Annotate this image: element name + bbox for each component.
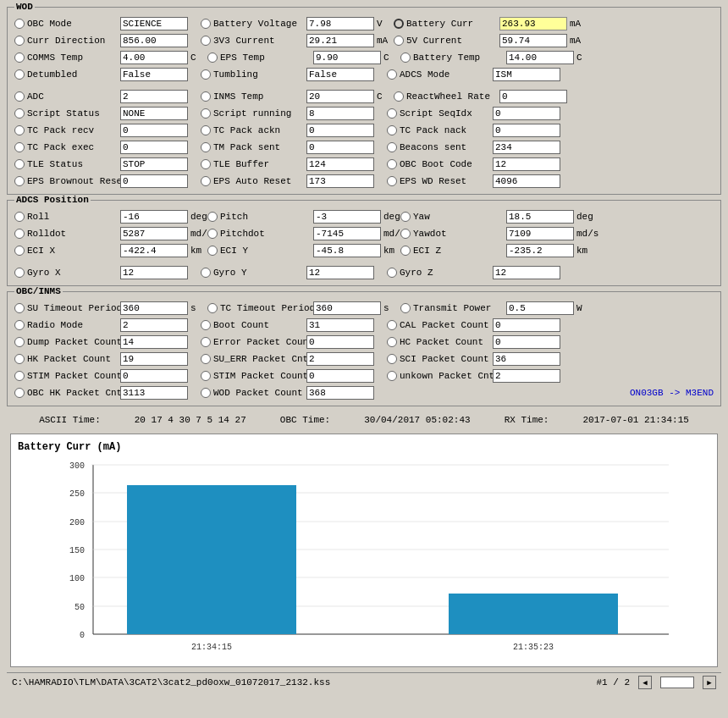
radio-radio-mode[interactable] <box>14 320 25 330</box>
radio-batt-voltage[interactable] <box>201 19 211 29</box>
nav-prev-button[interactable]: ◀ <box>638 676 652 689</box>
tc-pack-ackn-input[interactable] <box>306 124 374 137</box>
error-packet-input[interactable] <box>306 335 374 349</box>
radio-stim-packet[interactable] <box>14 371 25 381</box>
stim-packet-input[interactable] <box>120 369 188 383</box>
tle-status-input[interactable] <box>120 157 188 171</box>
adc-input[interactable] <box>120 90 188 103</box>
radio-tc-timeout[interactable] <box>207 303 218 313</box>
radio-eps-temp[interactable] <box>207 52 218 63</box>
gyro-x-input[interactable] <box>120 266 188 279</box>
radio-curr-dir[interactable] <box>14 36 25 46</box>
nav-next-button[interactable]: ▶ <box>703 676 716 689</box>
radio-rolldot[interactable] <box>14 229 25 239</box>
pitchdot-input[interactable] <box>313 227 381 240</box>
boot-count-input[interactable] <box>306 318 374 332</box>
radio-comms-temp[interactable] <box>14 52 25 63</box>
radio-sci-packet[interactable] <box>387 354 397 364</box>
unknown-packet-input[interactable] <box>493 369 560 383</box>
radio-3v3-curr[interactable] <box>201 36 211 46</box>
radio-gyro-y[interactable] <box>201 268 211 278</box>
script-running-input[interactable] <box>306 107 374 120</box>
tc-pack-nack-input[interactable] <box>493 124 560 137</box>
dump-packet-input[interactable] <box>120 335 188 349</box>
radio-tm-pack-sent[interactable] <box>201 142 211 152</box>
radio-obc-mode[interactable] <box>14 19 25 29</box>
pitch-input[interactable] <box>313 210 381 224</box>
eps-wd-reset-input[interactable] <box>493 174 560 188</box>
radio-obc-boot-code[interactable] <box>387 159 397 169</box>
radio-tc-pack-ackn[interactable] <box>201 125 211 135</box>
script-status-input[interactable] <box>120 107 188 120</box>
inms-temp-input[interactable] <box>306 90 374 103</box>
radio-inms-temp[interactable] <box>201 91 211 102</box>
radio-tle-buffer[interactable] <box>201 159 211 169</box>
reactwheel-input[interactable] <box>499 90 567 103</box>
radio-batt-temp[interactable] <box>400 52 411 63</box>
batt-voltage-input[interactable] <box>306 17 374 30</box>
su-err-packet-input[interactable] <box>306 352 374 366</box>
radio-pitchdot[interactable] <box>207 229 218 239</box>
radio-gyro-z[interactable] <box>387 268 397 278</box>
tc-pack-exec-input[interactable] <box>120 141 188 154</box>
hc-packet-input[interactable] <box>493 335 560 349</box>
su-timeout-input[interactable] <box>120 301 188 315</box>
cal-packet-input[interactable] <box>493 318 560 332</box>
obc-hk-packet-input[interactable] <box>120 386 188 400</box>
radio-cal-packet[interactable] <box>387 320 397 330</box>
gyro-y-input[interactable] <box>306 266 374 279</box>
tle-buffer-input[interactable] <box>306 157 374 171</box>
roll-input[interactable] <box>120 210 188 224</box>
wod-packet-input[interactable] <box>306 386 374 400</box>
tm-pack-sent-input[interactable] <box>306 141 374 154</box>
radio-stim-packet2[interactable] <box>201 371 211 381</box>
radio-eci-x[interactable] <box>14 246 25 256</box>
radio-wod-packet[interactable] <box>201 388 211 398</box>
radio-boot-count[interactable] <box>201 320 211 330</box>
radio-adc[interactable] <box>14 91 25 102</box>
radio-transmit-power[interactable] <box>400 303 411 313</box>
radio-eps-auto-reset[interactable] <box>201 176 211 186</box>
radio-yawdot[interactable] <box>400 229 411 239</box>
tumbling-input[interactable] <box>306 68 374 81</box>
radio-gyro-x[interactable] <box>14 268 25 278</box>
obc-boot-code-input[interactable] <box>493 157 560 171</box>
radio-eci-y[interactable] <box>207 246 218 256</box>
radio-mode-input[interactable] <box>120 318 188 332</box>
radio-error-packet[interactable] <box>201 337 211 347</box>
radio-pitch[interactable] <box>207 212 218 222</box>
radio-eps-brownout[interactable] <box>14 176 25 186</box>
eci-x-input[interactable] <box>120 244 188 257</box>
transmit-power-input[interactable] <box>506 301 574 315</box>
tc-pack-recv-input[interactable] <box>120 124 188 137</box>
detumbled-input[interactable] <box>120 68 188 81</box>
radio-hc-packet[interactable] <box>387 337 397 347</box>
radio-hk-packet[interactable] <box>14 354 25 364</box>
obc-mode-input[interactable] <box>120 17 188 30</box>
batt-temp-input[interactable] <box>506 51 574 64</box>
tc-timeout-input[interactable] <box>313 301 381 315</box>
radio-script-seqidx[interactable] <box>387 108 397 119</box>
radio-obc-hk-packet[interactable] <box>14 388 25 398</box>
adcs-mode-input[interactable] <box>493 68 560 81</box>
comms-temp-input[interactable] <box>120 51 188 64</box>
3v3-curr-input[interactable] <box>306 34 374 47</box>
radio-tumbling[interactable] <box>201 69 211 80</box>
curr-dir-input[interactable] <box>120 34 188 47</box>
radio-5v-curr[interactable] <box>394 36 404 46</box>
radio-detumbled[interactable] <box>14 69 25 80</box>
hk-packet-input[interactable] <box>120 352 188 366</box>
yawdot-input[interactable] <box>506 227 574 240</box>
radio-eps-wd-reset[interactable] <box>387 176 397 186</box>
radio-beacons-sent[interactable] <box>387 142 397 152</box>
radio-su-err-packet[interactable] <box>201 354 211 364</box>
radio-yaw[interactable] <box>400 212 411 222</box>
radio-tc-pack-nack[interactable] <box>387 125 397 135</box>
eps-temp-input[interactable] <box>313 51 381 64</box>
radio-eci-z[interactable] <box>400 246 411 256</box>
sci-packet-input[interactable] <box>493 352 560 366</box>
rolldot-input[interactable] <box>120 227 188 240</box>
radio-tc-pack-recv[interactable] <box>14 125 25 135</box>
radio-script-running[interactable] <box>201 108 211 119</box>
gyro-z-input[interactable] <box>493 266 560 279</box>
